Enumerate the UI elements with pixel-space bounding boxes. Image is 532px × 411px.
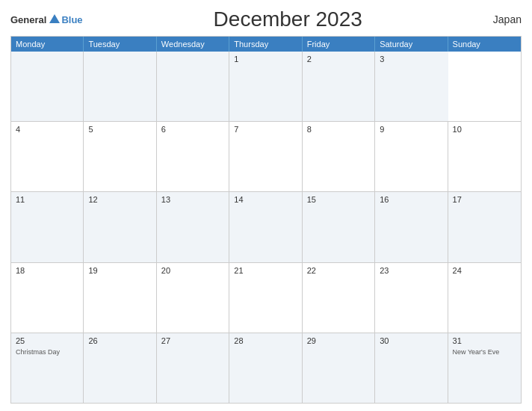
cell-dec-16: 16	[375, 192, 448, 262]
calendar-grid: Monday Tuesday Wednesday Thursday Friday…	[10, 36, 522, 404]
cell-dec-3: 3	[375, 52, 448, 121]
cell-dec-4: 4	[11, 122, 84, 191]
country-label: Japan	[493, 13, 522, 25]
cell-dec-20: 20	[157, 263, 229, 333]
cell-dec-1: 1	[229, 52, 302, 121]
cell-empty-2	[84, 52, 156, 121]
cell-dec-23: 23	[375, 263, 448, 333]
logo-icon	[48, 13, 61, 26]
col-thursday: Thursday	[229, 37, 302, 52]
calendar-page: General Blue December 2023 Japan Monday …	[0, 0, 532, 411]
col-wednesday: Wednesday	[157, 37, 229, 52]
cell-dec-12: 12	[84, 192, 156, 262]
calendar-header: Monday Tuesday Wednesday Thursday Friday…	[11, 37, 521, 52]
cell-dec-5: 5	[84, 122, 156, 191]
cell-dec-27: 27	[157, 333, 229, 403]
week-3: 11 12 13 14 15 16 17	[11, 192, 521, 262]
cell-dec-9: 9	[375, 122, 448, 191]
week-2: 4 5 6 7 8 9 10	[11, 122, 521, 192]
col-monday: Monday	[11, 37, 84, 52]
christmas-day-label: Christmas Day	[16, 348, 78, 356]
logo-blue-text: Blue	[61, 14, 82, 25]
week-1: 1 2 3	[11, 52, 521, 122]
week-4: 18 19 20 21 22 23 24	[11, 263, 521, 333]
logo: General Blue	[10, 13, 83, 26]
cell-dec-24: 24	[448, 263, 521, 333]
cell-dec-6: 6	[157, 122, 229, 191]
cell-dec-28: 28	[229, 333, 302, 403]
cell-dec-7: 7	[229, 122, 302, 191]
cell-dec-29: 29	[303, 333, 375, 403]
cell-empty-1	[11, 52, 84, 121]
col-tuesday: Tuesday	[84, 37, 156, 52]
page-title: December 2023	[214, 7, 362, 31]
calendar-body: 1 2 3 4 5 6 7 8 9 10 11	[11, 52, 521, 403]
cell-dec-25: 25 Christmas Day	[11, 333, 84, 403]
cell-empty-3	[157, 52, 229, 121]
cell-dec-15: 15	[303, 192, 375, 262]
cell-dec-26: 26	[84, 333, 156, 403]
cell-dec-11: 11	[11, 192, 84, 262]
cell-dec-13: 13	[157, 192, 229, 262]
cell-dec-2: 2	[303, 52, 375, 121]
new-years-eve-label: New Year's Eve	[453, 348, 516, 356]
cell-dec-10: 10	[448, 122, 521, 191]
page-header: General Blue December 2023 Japan	[10, 7, 522, 31]
cell-dec-17: 17	[448, 192, 521, 262]
col-saturday: Saturday	[375, 37, 448, 52]
cell-dec-31: 31 New Year's Eve	[448, 333, 521, 403]
cell-dec-14: 14	[229, 192, 302, 262]
col-friday: Friday	[303, 37, 375, 52]
cell-dec-30: 30	[375, 333, 448, 403]
cell-dec-18: 18	[11, 263, 84, 333]
week-5: 25 Christmas Day 26 27 28 29 30 31 New Y…	[11, 333, 521, 403]
cell-dec-19: 19	[84, 263, 156, 333]
cell-dec-8: 8	[303, 122, 375, 191]
svg-marker-0	[49, 14, 60, 23]
cell-dec-21: 21	[229, 263, 302, 333]
cell-dec-22: 22	[303, 263, 375, 333]
col-sunday: Sunday	[448, 37, 521, 52]
logo-general-text: General	[10, 14, 46, 25]
